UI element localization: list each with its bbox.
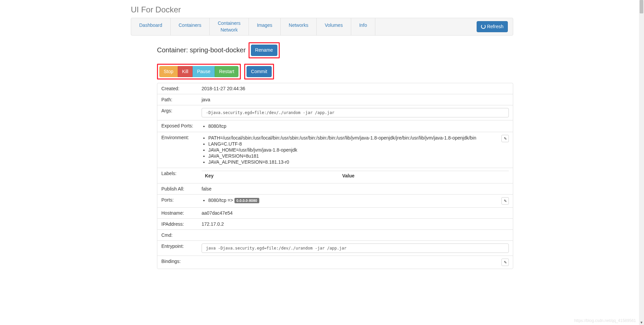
scroll-thumb[interactable] [640, 0, 643, 13]
refresh-icon [481, 24, 486, 29]
vertical-scrollbar[interactable]: ▲ ▼ [639, 0, 644, 269]
created-value: 2018-11-27 20:44:36 [198, 83, 513, 94]
restart-button[interactable]: Restart [215, 66, 238, 77]
details-panel: Created: 2018-11-27 20:44:36 Path: java … [157, 83, 513, 269]
list-item: 8080/tcp [208, 123, 509, 129]
edit-bindings-button[interactable] [501, 259, 509, 266]
list-item: JAVA_VERSION=8u181 [208, 153, 476, 159]
hostname-label: Hostname: [157, 208, 198, 219]
commit-button[interactable]: Commit [247, 66, 271, 77]
args-input[interactable] [202, 108, 509, 117]
ipaddress-label: IPAddress: [157, 219, 198, 230]
list-item: JAVA_ALPINE_VERSION=8.181.13-r0 [208, 159, 476, 165]
nav-tab-volumes[interactable]: Volumes [317, 18, 351, 33]
exposed-ports-label: Exposed Ports: [157, 120, 198, 132]
publish-all-value: false [198, 183, 513, 195]
path-label: Path: [157, 94, 198, 105]
annotation-commit-highlight: Commit [244, 64, 274, 80]
created-label: Created: [157, 83, 198, 94]
edit-ports-button[interactable] [501, 197, 509, 205]
pause-button[interactable]: Pause [193, 66, 215, 77]
nav-tab-networks[interactable]: Networks [281, 18, 316, 33]
container-header: Container: spring-boot-docker Rename [157, 42, 513, 58]
nav-tab-containers[interactable]: Containers [171, 18, 210, 33]
path-value: java [198, 94, 513, 105]
list-item: 8080/tcp => 0.0.0.0:8080 [208, 197, 259, 204]
labels-label: Labels: [157, 168, 198, 183]
labels-key-header: Key [202, 171, 339, 181]
port-badge: 0.0.0.0:8080 [234, 198, 259, 203]
kill-button[interactable]: Kill [178, 66, 193, 77]
cmd-label: Cmd: [157, 230, 198, 241]
environment-list: PATH=/usr/local/sbin:/usr/local/bin:/usr… [202, 135, 476, 165]
publish-all-label: Publish All: [157, 183, 198, 195]
nav-tab-info[interactable]: Info [351, 18, 375, 33]
nav-tab-images[interactable]: Images [249, 18, 280, 33]
container-actions: Stop Kill Pause Restart Commit [157, 64, 513, 80]
annotation-rename-highlight: Rename [249, 42, 280, 58]
hostname-value: aa07dac47e54 [198, 208, 513, 219]
environment-label: Environment: [157, 132, 198, 168]
rename-button[interactable]: Rename [251, 45, 277, 56]
labels-table: Key Value [202, 171, 509, 180]
list-item: PATH=/usr/local/sbin:/usr/local/bin:/usr… [208, 135, 476, 141]
nav-panel: Dashboard Containers ContainersNetwork I… [131, 18, 513, 36]
ports-label: Ports: [157, 195, 198, 208]
ports-list: 8080/tcp => 0.0.0.0:8080 [202, 197, 259, 204]
edit-environment-button[interactable] [501, 135, 509, 142]
entrypoint-label: Entrypoint: [157, 241, 198, 256]
cmd-value [198, 230, 513, 241]
annotation-actions-highlight: Stop Kill Pause Restart [157, 64, 241, 80]
ipaddress-value: 172.17.0.2 [198, 219, 513, 230]
refresh-button[interactable]: Refresh [477, 21, 508, 33]
nav-tabs: Dashboard Containers ContainersNetwork I… [131, 18, 375, 35]
app-title: UI For Docker [131, 0, 513, 18]
list-item: LANG=C.UTF-8 [208, 141, 476, 147]
bindings-label: Bindings: [157, 256, 198, 269]
container-title: Container: spring-boot-docker [157, 46, 246, 54]
stop-button[interactable]: Stop [159, 66, 178, 77]
args-label: Args: [157, 105, 198, 120]
labels-value-header: Value [339, 171, 509, 181]
list-item: JAVA_HOME=/usr/lib/jvm/java-1.8-openjdk [208, 147, 476, 153]
nav-tab-containers-network[interactable]: ContainersNetwork [210, 18, 249, 35]
nav-tab-dashboard[interactable]: Dashboard [131, 18, 170, 33]
exposed-ports-list: 8080/tcp [202, 123, 509, 129]
entrypoint-input[interactable] [202, 243, 509, 253]
